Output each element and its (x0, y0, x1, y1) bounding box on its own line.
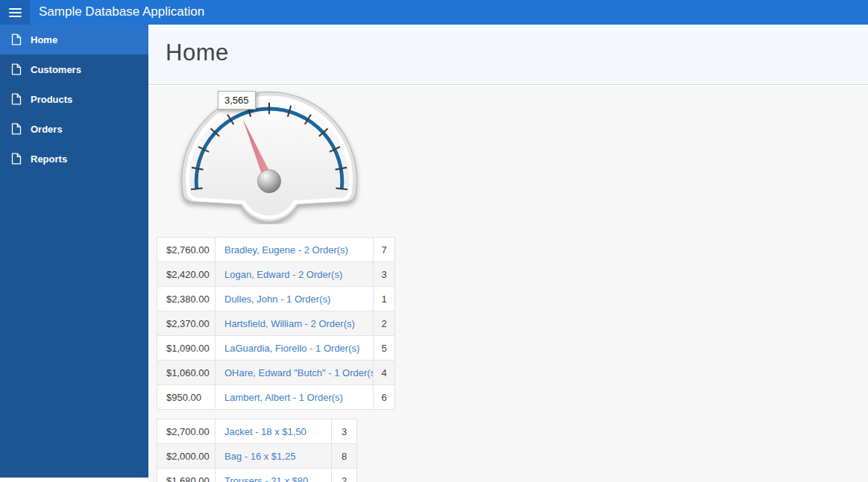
rank-cell: 6 (374, 385, 395, 410)
product-order-link[interactable]: Bag - 16 x $1,25 (224, 451, 295, 462)
document-icon (11, 123, 22, 135)
table-row: $2,700.00 Jacket - 18 x $1,50 3 (157, 419, 357, 444)
table-row: $1,680.00 Trousers - 21 x $80 2 (157, 469, 357, 482)
gauge-value-tooltip: 3,565 (218, 91, 256, 110)
sidebar-item-home[interactable]: Home (0, 25, 148, 54)
sales-gauge-widget: 3,565 (171, 89, 368, 224)
amount-cell: $2,370.00 (157, 311, 216, 336)
app-header: Sample Database Application (0, 0, 868, 25)
rank-cell: 7 (374, 238, 395, 262)
document-icon (11, 93, 22, 105)
nav-sidebar: Home Customers Products Orders Reports (0, 25, 148, 478)
content-area: 3,565 (148, 86, 868, 482)
amount-cell: $1,090.00 (157, 336, 216, 361)
app-title: Sample Database Application (39, 0, 204, 25)
rank-cell: 1 (374, 287, 395, 311)
sidebar-item-customers[interactable]: Customers (0, 54, 148, 84)
page-title: Home (148, 25, 868, 66)
amount-cell: $950.00 (157, 385, 216, 410)
amount-cell: $2,000.00 (157, 444, 216, 469)
customer-order-link[interactable]: Dulles, John - 1 Order(s) (224, 294, 330, 305)
table-row: $2,380.00 Dulles, John - 1 Order(s) 1 (157, 287, 395, 311)
sidebar-item-products[interactable]: Products (0, 84, 148, 114)
sidebar-item-label: Reports (31, 153, 67, 165)
table-row: $950.00 Lambert, Albert - 1 Order(s) 6 (157, 385, 395, 410)
amount-cell: $2,700.00 (157, 419, 216, 444)
sidebar-item-label: Customers (31, 64, 81, 75)
table-row: $1,090.00 LaGuardia, Fiorello - 1 Order(… (157, 336, 395, 361)
amount-cell: $2,760.00 (157, 238, 216, 262)
customer-order-link[interactable]: Lambert, Albert - 1 Order(s) (224, 392, 343, 403)
sidebar-item-label: Products (31, 94, 72, 105)
main-area: Home 3,565 (148, 25, 868, 482)
sidebar-item-orders[interactable]: Orders (0, 114, 148, 144)
rank-cell: 4 (374, 361, 395, 385)
product-order-link[interactable]: Trousers - 21 x $80 (224, 475, 308, 482)
hamburger-menu-button[interactable] (0, 0, 30, 25)
sales-gauge (171, 89, 368, 224)
table-row: $2,420.00 Logan, Edward - 2 Order(s) 3 (157, 262, 395, 287)
amount-cell: $2,380.00 (157, 287, 216, 311)
customer-order-link[interactable]: Logan, Edward - 2 Order(s) (224, 269, 342, 280)
rank-cell: 3 (374, 262, 395, 287)
document-icon (11, 34, 22, 45)
amount-cell: $2,420.00 (157, 262, 216, 287)
table-row: $2,760.00 Bradley, Eugene - 2 Order(s) 7 (157, 238, 395, 262)
product-order-link[interactable]: Jacket - 18 x $1,50 (224, 426, 306, 437)
product-sales-table: $2,700.00 Jacket - 18 x $1,50 3 $2,000.0… (157, 419, 357, 482)
gauge-knob (257, 170, 280, 193)
document-icon (11, 153, 22, 165)
hamburger-icon (9, 8, 22, 10)
amount-cell: $1,680.00 (157, 469, 216, 482)
rank-cell: 8 (332, 444, 357, 469)
table-row: $1,060.00 OHare, Edward "Butch" - 1 Orde… (157, 361, 395, 385)
amount-cell: $1,060.00 (157, 361, 216, 385)
page-title-band: Home (148, 25, 868, 85)
sidebar-item-reports[interactable]: Reports (0, 144, 148, 174)
rank-cell: 2 (374, 311, 395, 336)
customer-order-link[interactable]: Hartsfield, William - 2 Order(s) (224, 318, 355, 329)
table-row: $2,370.00 Hartsfield, William - 2 Order(… (157, 311, 395, 336)
customer-order-link[interactable]: LaGuardia, Fiorello - 1 Order(s) (224, 343, 359, 354)
rank-cell: 3 (332, 419, 357, 444)
document-icon (11, 63, 22, 75)
customer-order-link[interactable]: Bradley, Eugene - 2 Order(s) (224, 244, 348, 256)
sidebar-item-label: Home (31, 34, 57, 45)
rank-cell: 2 (332, 469, 357, 482)
sidebar-item-label: Orders (31, 124, 63, 135)
customer-sales-table: $2,760.00 Bradley, Eugene - 2 Order(s) 7… (157, 237, 395, 410)
customer-order-link[interactable]: OHare, Edward "Butch" - 1 Order(s) (224, 367, 374, 378)
rank-cell: 5 (374, 336, 395, 361)
table-row: $2,000.00 Bag - 16 x $1,25 8 (157, 444, 357, 469)
